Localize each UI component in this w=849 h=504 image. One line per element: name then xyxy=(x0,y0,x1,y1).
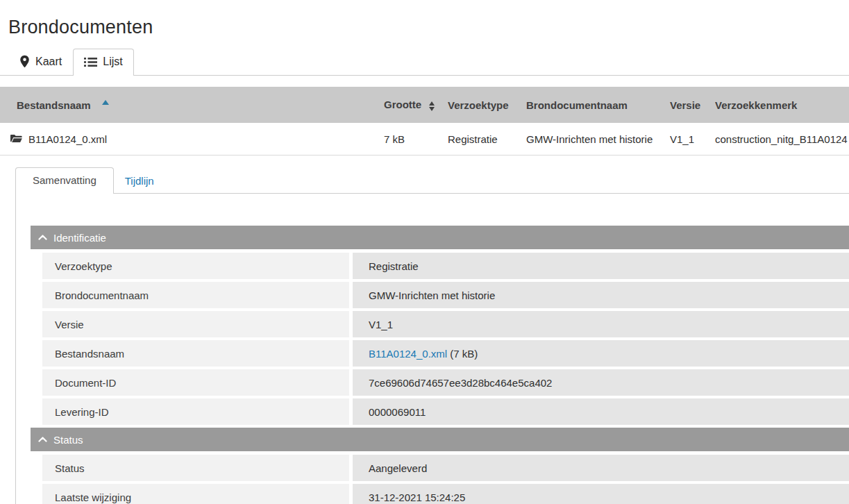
detail-value: 31-12-2021 15:24:25 xyxy=(353,484,849,504)
detail-value: Registratie xyxy=(353,253,849,279)
cell-versie: V1_1 xyxy=(670,133,715,145)
folder-icon xyxy=(10,134,22,144)
detail-row-document-id: Document-ID 7ce69606d74657ee3d28bc464e5c… xyxy=(42,369,849,396)
section-header-status[interactable]: Status xyxy=(31,428,849,451)
tab-lijst[interactable]: Lijst xyxy=(73,49,133,76)
summary-panel: Identificatie Verzoektype Registratie Br… xyxy=(15,193,849,504)
cell-grootte: 7 kB xyxy=(384,133,448,145)
sort-asc-icon xyxy=(102,100,109,105)
detail-label: Levering-ID xyxy=(42,398,349,425)
documents-table: Bestandsnaam Grootte Verzoektype Brondoc… xyxy=(0,87,849,156)
column-bestandsnaam-label: Bestandsnaam xyxy=(17,99,91,111)
tab-tijdlijn[interactable]: Tijdlijn xyxy=(114,169,165,193)
tab-lijst-label: Lijst xyxy=(103,56,122,68)
tab-samenvatting[interactable]: Samenvatting xyxy=(15,167,114,194)
section-title: Identificatie xyxy=(53,232,106,244)
detail-value: 0000069011 xyxy=(353,398,849,425)
documents-table-header: Bestandsnaam Grootte Verzoektype Brondoc… xyxy=(0,87,849,123)
view-tabs: Kaart Lijst xyxy=(0,48,849,76)
file-download-link[interactable]: B11A0124_0.xml xyxy=(369,348,447,360)
column-verzoekkenmerk: Verzoekkenmerk xyxy=(715,99,849,111)
detail-row-versie: Versie V1_1 xyxy=(42,311,849,337)
column-grootte[interactable]: Grootte xyxy=(384,99,448,110)
cell-verzoektype: Registratie xyxy=(448,133,526,145)
detail-label: Laatste wijziging xyxy=(42,484,349,504)
detail-value: 7ce69606d74657ee3d28bc464e5ca402 xyxy=(353,369,849,396)
column-versie: Versie xyxy=(670,99,715,111)
section-header-identificatie[interactable]: Identificatie xyxy=(31,226,849,249)
sort-icon xyxy=(429,101,435,111)
detail-tabs: Samenvatting Tijdlijn xyxy=(15,167,849,193)
detail-label: Brondocumentnaam xyxy=(42,282,349,308)
column-bestandsnaam[interactable]: Bestandsnaam xyxy=(0,99,384,111)
detail-value: V1_1 xyxy=(353,311,849,337)
column-verzoektype: Verzoektype xyxy=(448,99,526,111)
detail-row-bestandsnaam: Bestandsnaam B11A0124_0.xml (7 kB) xyxy=(42,340,849,367)
detail-row-levering-id: Levering-ID 0000069011 xyxy=(42,398,849,425)
tab-kaart[interactable]: Kaart xyxy=(8,48,73,75)
detail-label: Versie xyxy=(42,311,349,337)
cell-bestandsnaam: B11A0124_0.xml xyxy=(0,133,384,145)
detail-label: Status xyxy=(42,455,349,481)
detail-label: Bestandsnaam xyxy=(42,340,349,367)
chevron-up-icon xyxy=(38,437,47,442)
detail-row-brondocumentnaam: Brondocumentnaam GMW-Inrichten met histo… xyxy=(42,282,849,308)
file-size-suffix: (7 kB) xyxy=(447,348,478,360)
section-title: Status xyxy=(53,434,83,446)
detail-value: B11A0124_0.xml (7 kB) xyxy=(353,340,849,367)
detail-row-laatste-wijziging: Laatste wijziging 31-12-2021 15:24:25 xyxy=(42,484,849,504)
detail-value: GMW-Inrichten met historie xyxy=(353,282,849,308)
cell-verzoekkenmerk: construction_nitg_B11A0124 xyxy=(715,133,849,145)
table-row[interactable]: B11A0124_0.xml 7 kB Registratie GMW-Inri… xyxy=(0,123,849,156)
detail-label: Verzoektype xyxy=(42,253,349,279)
detail-row-verzoektype: Verzoektype Registratie xyxy=(42,253,849,279)
row-filename: B11A0124_0.xml xyxy=(28,133,107,145)
detail-row-status: Status Aangeleverd xyxy=(42,455,849,481)
cell-brondocumentnaam: GMW-Inrichten met historie xyxy=(526,133,670,145)
map-pin-icon xyxy=(19,55,30,68)
column-grootte-label: Grootte xyxy=(384,99,421,110)
detail-value: Aangeleverd xyxy=(353,455,849,481)
detail-label: Document-ID xyxy=(42,369,349,396)
tab-kaart-label: Kaart xyxy=(35,56,62,68)
list-icon xyxy=(84,57,97,67)
column-brondocumentnaam: Brondocumentnaam xyxy=(526,99,670,111)
chevron-up-icon xyxy=(38,235,47,240)
page-title: Brondocumenten xyxy=(8,17,849,38)
